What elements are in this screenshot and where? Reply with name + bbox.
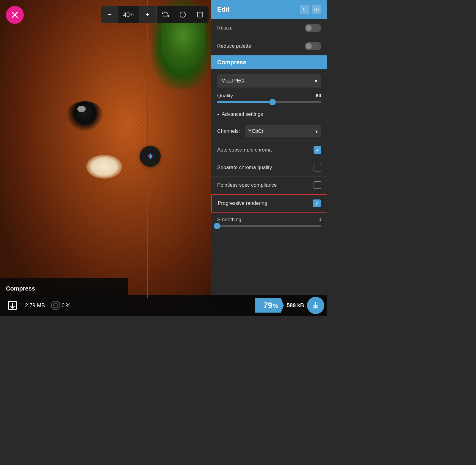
- reduce-palette-row: Reduce palette: [211, 37, 327, 55]
- file-size-left: 2.79 MB: [25, 302, 45, 309]
- pointless-spec-checkbox[interactable]: [314, 181, 321, 189]
- zoom-toolbar: − 40 % +: [101, 6, 209, 23]
- pointless-spec-row: Pointless spec compliance: [211, 177, 327, 194]
- image-background: [0, 0, 211, 316]
- compression-pct-unit: %: [273, 303, 278, 309]
- image-preview-area: [0, 0, 211, 316]
- pct-value: 0: [62, 302, 65, 309]
- quality-slider-wrap: [211, 100, 327, 108]
- download-icon-left[interactable]: [6, 299, 19, 312]
- close-button[interactable]: [6, 6, 24, 24]
- file-size-right: 589 kB: [287, 302, 304, 309]
- compress-section-title: Compress: [217, 59, 246, 65]
- quality-slider[interactable]: [217, 101, 321, 103]
- separate-chroma-label: Separate chroma quality: [217, 165, 272, 171]
- smoothing-slider-wrap: [211, 224, 327, 232]
- codec-select-wrap: MozJPEG ▾: [217, 74, 321, 88]
- progressive-rendering-checkbox[interactable]: [313, 199, 321, 207]
- download-button-right[interactable]: [307, 297, 324, 314]
- advanced-chevron-icon: ▾: [217, 112, 219, 117]
- terminal-icon-button[interactable]: [300, 5, 309, 14]
- right-panel: Edit ◁▷ Resize Reduce palette Compress: [211, 0, 327, 316]
- svg-point-2: [180, 12, 185, 17]
- auto-subsample-row: Auto subsample chroma: [211, 141, 327, 159]
- zoom-value: 40: [123, 11, 130, 18]
- zoom-out-button[interactable]: −: [101, 6, 118, 23]
- smoothing-value: 0: [319, 217, 321, 223]
- progressive-rendering-row: Progressive rendering: [211, 194, 327, 213]
- compression-badge: ↓ 79 %: [255, 298, 284, 313]
- svg-marker-5: [148, 153, 150, 159]
- separate-chroma-row: Separate chroma quality: [211, 159, 327, 177]
- bottom-compress-title: Compress: [6, 285, 122, 292]
- quality-row: Quality: 60: [211, 89, 327, 100]
- quality-label: Quality:: [217, 93, 234, 99]
- smoothing-slider[interactable]: [217, 225, 321, 227]
- pct-circle: [51, 301, 60, 310]
- layout-button[interactable]: [191, 6, 209, 23]
- reduce-palette-toggle-thumb: [306, 43, 312, 49]
- resize-row: Resize: [211, 19, 327, 37]
- circle-button[interactable]: [174, 6, 191, 23]
- advanced-settings-label: Advanced settings: [222, 111, 263, 117]
- auto-subsample-label: Auto subsample chroma: [217, 147, 272, 153]
- channels-select[interactable]: YCbCr: [245, 125, 321, 137]
- compare-handle[interactable]: [140, 146, 161, 167]
- smoothing-slider-thumb[interactable]: [214, 223, 220, 229]
- pct-display: 0 %: [51, 301, 71, 310]
- compression-pct-value: 79: [263, 301, 273, 310]
- quality-slider-thumb[interactable]: [269, 99, 276, 105]
- advanced-settings-toggle[interactable]: ▾ Advanced settings: [211, 108, 327, 121]
- down-arrow-badge: ↓: [259, 302, 263, 309]
- smoothing-row: Smoothing: 0: [211, 213, 327, 224]
- zoom-in-button[interactable]: +: [139, 6, 156, 23]
- auto-subsample-checkbox[interactable]: [314, 146, 321, 154]
- quality-value: 60: [316, 93, 321, 99]
- svg-marker-6: [150, 153, 153, 159]
- reduce-palette-toggle[interactable]: [305, 42, 321, 50]
- resize-label: Resize: [217, 25, 233, 31]
- channels-row: Channels: YCbCr ▾: [211, 121, 327, 141]
- panel-title: Edit: [217, 6, 230, 13]
- channels-select-wrap: YCbCr ▾: [245, 125, 321, 137]
- svg-point-8: [54, 303, 58, 308]
- panel-header-icons: ◁▷: [300, 5, 321, 14]
- resize-toggle-thumb: [306, 25, 312, 31]
- smoothing-label: Smoothing:: [217, 217, 243, 223]
- zoom-display: 40 %: [118, 6, 139, 23]
- arrows-icon-button[interactable]: ◁▷: [312, 5, 321, 14]
- separate-chroma-checkbox[interactable]: [314, 164, 321, 171]
- bottom-right-bar: ↓ 79 % 589 kB: [211, 295, 327, 316]
- panel-header: Edit ◁▷: [211, 0, 327, 19]
- zoom-unit: %: [130, 12, 134, 17]
- compress-section-header: Compress: [211, 55, 327, 69]
- pointless-spec-label: Pointless spec compliance: [217, 182, 277, 188]
- progressive-rendering-label: Progressive rendering: [218, 200, 267, 206]
- reduce-palette-label: Reduce palette: [217, 43, 251, 49]
- codec-select[interactable]: MozJPEG: [217, 74, 321, 88]
- rotate-button[interactable]: [157, 6, 174, 23]
- pct-unit: %: [66, 302, 71, 309]
- channels-label: Channels:: [217, 128, 240, 134]
- resize-toggle[interactable]: [305, 24, 321, 32]
